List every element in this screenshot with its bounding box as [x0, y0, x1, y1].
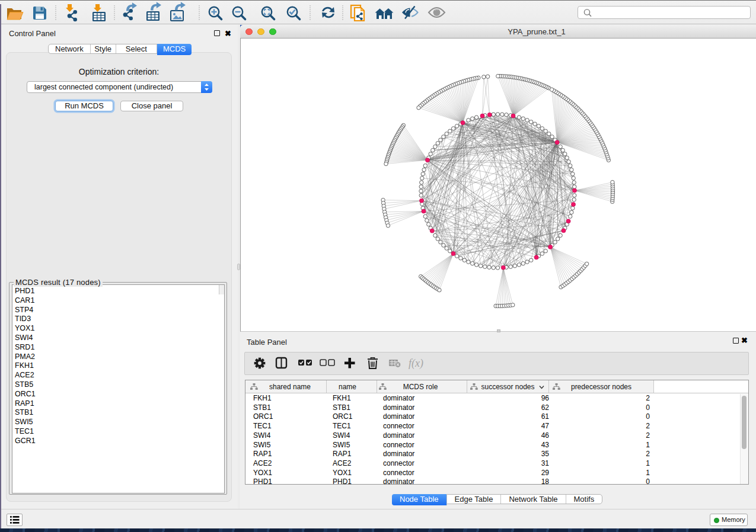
- svg-text:f(x): f(x): [409, 357, 423, 370]
